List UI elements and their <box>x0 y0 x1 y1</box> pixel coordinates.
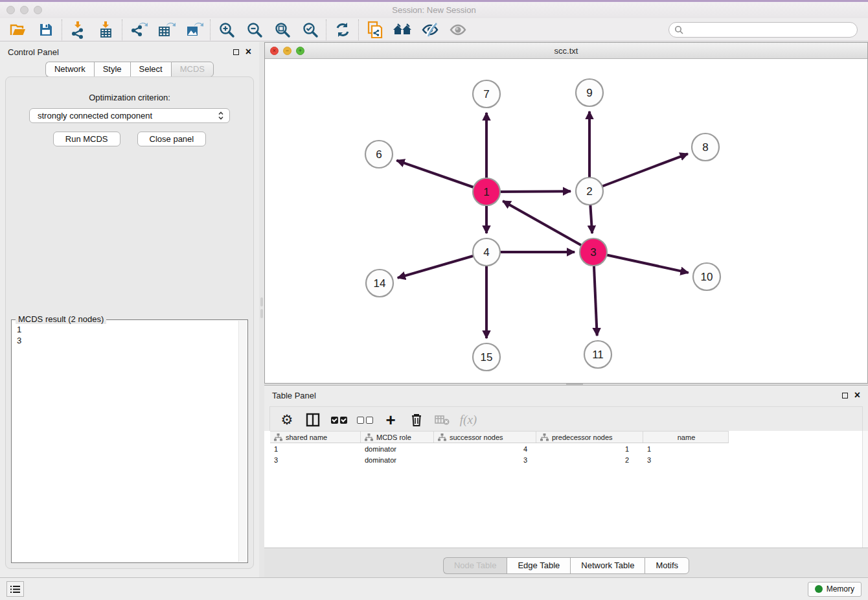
toolbar-separator <box>326 19 326 40</box>
graph-node-9[interactable]: 9 <box>576 79 603 106</box>
tab-mcds[interactable]: MCDS <box>171 62 214 77</box>
float-table-panel-icon[interactable] <box>842 393 848 398</box>
table-cell[interactable]: 1 <box>643 445 729 453</box>
eye-icon[interactable] <box>444 19 472 41</box>
edit-column-icon <box>365 433 373 441</box>
zoom-out-icon[interactable] <box>240 19 268 41</box>
select-all-icon[interactable] <box>327 408 350 432</box>
column-header-shared-name[interactable]: shared name <box>270 432 361 443</box>
run-mcds-button[interactable]: Run MCDS <box>53 132 120 146</box>
tab-motifs[interactable]: Motifs <box>645 557 689 574</box>
graph-node-15[interactable]: 15 <box>473 343 500 371</box>
result-line: 3 <box>17 335 242 346</box>
close-panel-icon[interactable]: × <box>246 49 251 55</box>
table-scrollbar[interactable] <box>862 431 868 548</box>
table-cell[interactable]: 3 <box>434 456 536 464</box>
graph-node-2[interactable]: 2 <box>576 178 603 205</box>
graph-node-6[interactable]: 6 <box>365 141 393 168</box>
refresh-icon[interactable] <box>328 19 356 41</box>
graph-edge-3-1[interactable] <box>503 201 593 252</box>
network-window-titlebar: × − + scc.txt <box>265 43 867 59</box>
graph-node-1[interactable]: 1 <box>473 178 500 205</box>
graph-node-10[interactable]: 10 <box>693 263 720 290</box>
task-history-button[interactable] <box>6 581 24 597</box>
tab-style[interactable]: Style <box>94 62 130 77</box>
add-icon[interactable]: + <box>379 408 402 432</box>
minimize-window-icon[interactable] <box>20 6 29 14</box>
delete-icon[interactable] <box>405 408 428 432</box>
table-row[interactable]: 1dominator411 <box>270 443 729 454</box>
search-field[interactable] <box>668 22 858 38</box>
home-icon[interactable] <box>389 19 417 41</box>
search-input[interactable] <box>687 25 852 34</box>
gear-icon[interactable]: ⚙ <box>275 408 299 432</box>
table-cell[interactable]: dominator <box>361 456 434 464</box>
close-window-icon[interactable] <box>6 6 15 14</box>
column-header-predecessor-nodes[interactable]: predecessor nodes <box>536 432 643 443</box>
hide-eye-icon[interactable] <box>417 19 444 41</box>
control-panel: Control Panel × NetworkStyleSelectMCDS O… <box>0 42 259 577</box>
chevron-updown-icon <box>218 111 224 121</box>
mcds-result-box: MCDS result (2 nodes) 13 <box>11 319 248 563</box>
column-header-successor-nodes[interactable]: successor nodes <box>434 432 536 443</box>
network-canvas[interactable]: 7968124314101511 <box>265 59 867 383</box>
graph-edge-3-10[interactable] <box>593 252 689 273</box>
criterion-value: strongly connected component <box>38 111 152 121</box>
memory-button[interactable]: Memory <box>808 582 862 597</box>
table-cell[interactable]: dominator <box>361 445 434 453</box>
graph-node-4[interactable]: 4 <box>473 238 500 266</box>
control-panel-title: Control Panel <box>8 47 59 57</box>
table-cell[interactable]: 1 <box>270 445 361 453</box>
save-icon[interactable] <box>32 19 60 41</box>
graph-node-8[interactable]: 8 <box>692 133 719 161</box>
app-titlebar: Session: New Session <box>0 2 868 18</box>
zoom-in-icon[interactable] <box>212 19 240 41</box>
svg-text:8: 8 <box>702 141 708 154</box>
import-network-icon[interactable] <box>64 19 92 41</box>
optimization-label: Optimization criterion: <box>6 93 253 102</box>
copy-network-icon[interactable] <box>361 19 389 41</box>
open-folder-icon[interactable] <box>4 19 32 41</box>
float-panel-icon[interactable] <box>233 49 239 55</box>
main-toolbar <box>0 18 868 41</box>
result-scrollbar[interactable] <box>238 321 247 562</box>
table-cell[interactable]: 3 <box>643 456 729 464</box>
tab-network-table[interactable]: Network Table <box>570 557 645 574</box>
table-cell[interactable]: 2 <box>536 456 643 464</box>
table-cell[interactable]: 3 <box>270 456 361 464</box>
export-network-icon[interactable] <box>124 19 152 41</box>
svg-text:15: 15 <box>481 351 493 363</box>
column-header-mcds-role[interactable]: MCDS role <box>361 432 434 443</box>
tab-select[interactable]: Select <box>130 62 171 77</box>
vertical-splitter[interactable] <box>259 42 264 577</box>
tab-node-table[interactable]: Node Table <box>443 557 507 574</box>
table-footer: Node TableEdge TableNetwork TableMotifs <box>264 548 868 577</box>
columns-icon[interactable] <box>301 408 325 432</box>
close-table-panel-icon[interactable]: × <box>854 392 860 398</box>
table-row[interactable]: 3dominator323 <box>270 454 729 465</box>
deselect-all-icon[interactable] <box>353 408 376 432</box>
table-cell[interactable]: 1 <box>536 445 643 453</box>
column-header-name[interactable]: name <box>643 432 729 443</box>
table-cell[interactable]: 4 <box>434 445 536 453</box>
zoom-window-icon[interactable] <box>34 6 42 14</box>
export-image-icon[interactable] <box>180 19 208 41</box>
graph-node-3[interactable]: 3 <box>580 238 607 266</box>
graph-node-7[interactable]: 7 <box>473 80 500 108</box>
tab-network[interactable]: Network <box>45 62 94 77</box>
export-table-icon[interactable] <box>152 19 180 41</box>
graph-edge-2-8[interactable] <box>589 154 688 191</box>
close-panel-button[interactable]: Close panel <box>137 132 207 146</box>
zoom-fit-icon[interactable] <box>268 19 296 41</box>
graph-node-14[interactable]: 14 <box>366 270 393 297</box>
svg-text:3: 3 <box>590 246 596 259</box>
column-label: MCDS role <box>376 433 411 441</box>
tab-edge-table[interactable]: Edge Table <box>507 557 570 574</box>
criterion-dropdown[interactable]: strongly connected component <box>29 108 230 123</box>
column-label: successor nodes <box>450 433 503 441</box>
import-table-icon[interactable] <box>92 19 120 41</box>
svg-text:7: 7 <box>483 88 489 100</box>
graph-node-11[interactable]: 11 <box>584 341 611 368</box>
memory-label: Memory <box>827 584 854 594</box>
zoom-selected-icon[interactable] <box>296 19 324 41</box>
